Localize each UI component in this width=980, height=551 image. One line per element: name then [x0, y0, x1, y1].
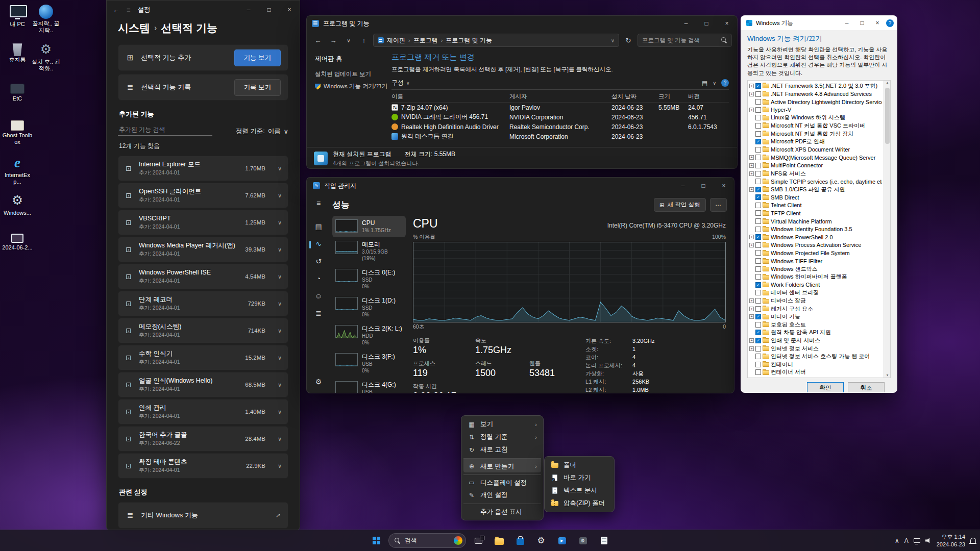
details-tab-icon[interactable]: ≣ — [315, 309, 322, 319]
close-button[interactable]: × — [870, 16, 885, 30]
context-menu-item[interactable]: ⇅ 정렬 기준 › — [463, 431, 541, 443]
feature-checkbox[interactable] — [755, 218, 761, 224]
feature-checkbox[interactable] — [755, 179, 761, 184]
desktop-icon[interactable]: 2024-06-2... — [1, 231, 34, 251]
feature-tree-row[interactable]: Virtual Machine Platform — [749, 217, 882, 226]
table-row[interactable]: 7z 7-Zip 24.07 (x64) Igor Pavlov 2024-06… — [391, 103, 729, 112]
cpu-graph[interactable] — [413, 242, 726, 322]
column-header-version[interactable]: 버전 — [688, 93, 729, 101]
up-icon[interactable]: ↑ — [358, 37, 370, 44]
back-icon[interactable]: ← — [312, 37, 324, 44]
performance-tab-icon[interactable]: ∿ — [315, 240, 322, 250]
scroll-down-icon[interactable]: ▲ — [884, 374, 891, 377]
column-header-size[interactable]: 크기 — [658, 93, 688, 101]
hamburger-icon[interactable]: ≡ — [127, 6, 131, 14]
minimize-button[interactable]: – — [673, 178, 693, 194]
chevron-down-icon[interactable]: ∨ — [278, 328, 282, 334]
settings-gear-icon[interactable]: ⚙ — [315, 378, 322, 388]
expand-toggle-icon[interactable] — [749, 338, 754, 343]
chevron-down-icon[interactable]: ∨ — [278, 382, 282, 388]
feature-tree-row[interactable]: Simple TCPIP services (i.e. echo, daytim… — [749, 178, 882, 186]
feature-checkbox[interactable] — [755, 227, 761, 232]
feature-checkbox[interactable] — [755, 266, 761, 272]
feature-tree-row[interactable]: 데이터 센터 브리징 — [749, 289, 882, 297]
feature-row[interactable]: ⊡ Internet Explorer 모드 추가: 2024-04-01 1.… — [118, 156, 288, 181]
sort-dropdown[interactable]: 정렬 기준: 이름 ∨ — [236, 127, 288, 136]
feature-checkbox[interactable] — [755, 203, 761, 208]
feature-tree-row[interactable]: .NET Framework 3.5(.NET 2.0 및 3.0 포함) — [749, 82, 882, 90]
expand-toggle-icon[interactable] — [749, 307, 754, 311]
table-row[interactable]: Realtek High Definition Audio Driver Rea… — [391, 122, 729, 132]
feature-tree-row[interactable]: Windows PowerShell 2.0 — [749, 233, 882, 241]
feature-tree-row[interactable]: Active Directory Lightweight Directory S… — [749, 98, 882, 106]
feature-checkbox[interactable] — [755, 314, 761, 319]
feature-checkbox[interactable] — [755, 123, 761, 129]
feature-checkbox[interactable] — [755, 322, 761, 328]
scrollbar-thumb[interactable] — [885, 88, 890, 144]
performance-sidebar-item[interactable]: 디스크 3(F:) USB 0% — [332, 349, 406, 378]
expand-toggle-icon[interactable] — [749, 92, 754, 96]
feature-checkbox[interactable] — [755, 306, 761, 312]
settings-button[interactable]: ⚙ — [532, 532, 550, 549]
performance-sidebar-item[interactable]: 메모리 3.0/15.9GB (19%) — [332, 237, 406, 265]
feature-tree-row[interactable]: 인쇄 및 문서 서비스 — [749, 337, 882, 345]
clock[interactable]: 오후 1:14 2024-06-23 — [937, 533, 965, 548]
feature-checkbox[interactable] — [755, 139, 761, 144]
chevron-down-icon[interactable]: ∨ — [278, 436, 282, 442]
store-button[interactable] — [511, 532, 529, 549]
feature-tree-row[interactable]: Windows 하이퍼바이저 플랫폼 — [749, 273, 882, 281]
feature-row[interactable]: ⊡ OpenSSH 클라이언트 추가: 2024-04-01 7.62MB ∨ — [118, 183, 288, 208]
feature-checkbox[interactable] — [755, 234, 761, 240]
feature-tree-row[interactable]: Microsoft XPS Document Writer — [749, 145, 882, 154]
startup-apps-tab-icon[interactable]: ◔ — [316, 274, 321, 285]
feature-checkbox[interactable] — [755, 346, 761, 352]
taskbar-search[interactable]: 검색 — [388, 533, 466, 548]
feature-tree-row[interactable]: 원격 차등 압축 API 지원 — [749, 329, 882, 337]
feature-row[interactable]: ⊡ 수학 인식기 추가: 2024-04-01 15.2MB ∨ — [118, 345, 288, 370]
column-header-install-date[interactable]: 설치 날짜 — [611, 93, 658, 101]
feature-tree-row[interactable]: 인터넷 정보 서비스 — [749, 344, 882, 353]
feature-checkbox[interactable] — [755, 99, 761, 105]
feature-checkbox[interactable] — [755, 242, 761, 248]
feature-tree-row[interactable]: Telnet Client — [749, 202, 882, 210]
feature-tree-row[interactable]: TFTP Client — [749, 209, 882, 217]
ok-button[interactable]: 확인 — [807, 382, 844, 393]
feature-checkbox[interactable] — [755, 290, 761, 295]
feature-tree-row[interactable]: 보호된 호스트 — [749, 321, 882, 329]
context-menu-item[interactable]: ▦ 보기 › — [463, 418, 541, 431]
more-options-button[interactable]: ⋯ — [710, 198, 727, 212]
context-menu-item[interactable]: ✎ 개인 설정 — [463, 489, 541, 502]
back-icon[interactable]: ← — [113, 6, 119, 14]
feature-checkbox[interactable] — [755, 369, 761, 375]
network-icon[interactable] — [914, 538, 920, 543]
feature-row[interactable]: ⊡ 얼굴 인식(Windows Hello) 추가: 2024-04-01 68… — [118, 372, 288, 397]
feature-tree-row[interactable]: MSMQ(Microsoft Message Queue) Server — [749, 154, 882, 162]
breadcrumb-programs-features[interactable]: 프로그램 및 기능 — [446, 36, 492, 45]
view-history-button[interactable]: 기록 보기 — [234, 79, 281, 96]
sidebar-item-windows-features[interactable]: Windows 기능 켜기/끄기 — [315, 83, 388, 90]
maximize-button[interactable]: □ — [693, 178, 714, 194]
view-features-button[interactable]: 기능 보기 — [234, 49, 281, 66]
ime-indicator[interactable]: A — [904, 537, 909, 544]
volume-icon[interactable] — [925, 538, 932, 543]
feature-row[interactable]: ⊡ Windows Media Player 레거시(앱) 추가: 2024-0… — [118, 237, 288, 262]
feature-checkbox[interactable] — [755, 171, 761, 177]
feature-tree-row[interactable]: 인터넷 정보 서비스 호스팅 가능 웹 코어 — [749, 353, 882, 361]
feature-checkbox[interactable] — [755, 83, 761, 89]
feature-checkbox[interactable] — [755, 194, 761, 200]
hidden-icons-chevron[interactable]: ∧ — [895, 537, 899, 544]
expand-toggle-icon[interactable] — [749, 108, 754, 112]
feature-tree-row[interactable]: SMB Direct — [749, 193, 882, 202]
maximize-button[interactable]: □ — [696, 16, 717, 31]
media-player-button[interactable] — [553, 532, 571, 549]
processes-tab-icon[interactable]: ▤ — [315, 222, 322, 233]
feature-tree-row[interactable]: SMB 1.0/CIFS 파일 공유 지원 — [749, 185, 882, 193]
breadcrumb-control-panel[interactable]: 제어판 — [387, 36, 405, 45]
notepad-button[interactable] — [595, 532, 612, 549]
refresh-icon[interactable]: ↻ — [622, 37, 634, 44]
expand-toggle-icon[interactable] — [749, 171, 754, 176]
performance-sidebar-item[interactable]: 디스크 2(K: L:) HDD 0% — [332, 321, 406, 349]
feature-tree-row[interactable]: Hyper-V — [749, 106, 882, 114]
forward-icon[interactable]: → — [327, 37, 339, 44]
feature-checkbox[interactable] — [755, 338, 761, 343]
